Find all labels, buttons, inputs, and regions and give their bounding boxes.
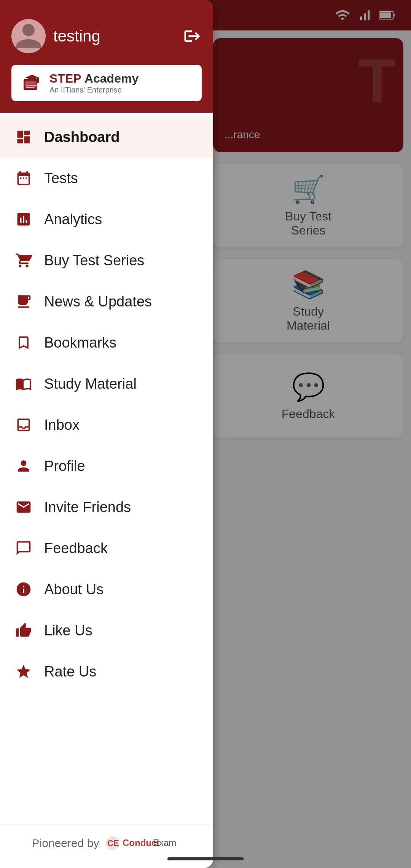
analytics-icon	[14, 209, 33, 229]
menu-item-feedback[interactable]: Feedback	[0, 528, 213, 569]
drawer-footer: Pioneered by CE Conduct Exam	[0, 824, 213, 868]
drawer-header: testing STEP Academy	[0, 0, 213, 113]
menu-label-profile: Profile	[44, 458, 85, 474]
menu-item-rate-us[interactable]: Rate Us	[0, 651, 213, 692]
menu-item-like-us[interactable]: Like Us	[0, 610, 213, 651]
dashboard-icon	[14, 127, 33, 147]
academy-name: STEP Academy	[49, 72, 139, 86]
svg-text:Exam: Exam	[153, 838, 176, 848]
svg-marker-4	[25, 75, 39, 80]
like-us-icon	[14, 621, 33, 640]
menu-label-like-us: Like Us	[44, 622, 92, 639]
inbox-icon	[14, 415, 33, 435]
menu-label-feedback: Feedback	[44, 540, 108, 557]
menu-item-inbox[interactable]: Inbox	[0, 404, 213, 445]
study-material-icon	[14, 374, 33, 394]
menu-label-rate-us: Rate Us	[44, 664, 96, 680]
menu-label-invite-friends: Invite Friends	[44, 499, 131, 515]
menu-item-buy-test-series[interactable]: Buy Test Series	[0, 240, 213, 281]
navigation-drawer: testing STEP Academy	[0, 0, 213, 868]
menu-label-inbox: Inbox	[44, 417, 80, 433]
svg-text:CE: CE	[107, 838, 119, 848]
academy-logo: STEP Academy An IITians' Enterprise	[11, 65, 202, 101]
menu-label-about-us: About Us	[44, 581, 104, 598]
pioneered-by-text: Pioneered by	[32, 837, 99, 850]
academy-subtitle: An IITians' Enterprise	[49, 86, 139, 94]
bookmarks-icon	[14, 333, 33, 353]
menu-item-invite-friends[interactable]: Invite Friends	[0, 487, 213, 528]
drawer-menu: Dashboard Tests Analytics Buy Test Serie…	[0, 113, 213, 824]
logout-icon	[182, 26, 202, 46]
menu-label-analytics: Analytics	[44, 211, 102, 228]
conduct-exam-logo-icon: CE Conduct Exam	[105, 834, 181, 853]
user-avatar-icon	[13, 21, 44, 51]
about-us-icon	[14, 579, 33, 599]
svg-point-6	[37, 81, 39, 83]
menu-label-bookmarks: Bookmarks	[44, 335, 116, 351]
news-icon	[14, 292, 33, 311]
menu-item-dashboard[interactable]: Dashboard	[0, 116, 213, 158]
menu-item-bookmarks[interactable]: Bookmarks	[0, 322, 213, 363]
feedback-icon	[14, 538, 33, 558]
menu-item-profile[interactable]: Profile	[0, 445, 213, 487]
cart-icon	[14, 251, 33, 270]
academy-logo-icon	[21, 72, 43, 94]
drawer-username: testing	[53, 27, 100, 45]
home-indicator	[167, 857, 244, 860]
conduct-exam-logo: CE Conduct Exam	[105, 834, 181, 853]
tests-icon	[14, 168, 33, 188]
menu-item-tests[interactable]: Tests	[0, 158, 213, 199]
menu-label-dashboard: Dashboard	[44, 129, 119, 145]
menu-label-tests: Tests	[44, 170, 78, 187]
invite-friends-icon	[14, 497, 33, 517]
menu-label-buy-test-series: Buy Test Series	[44, 252, 144, 269]
logout-button[interactable]	[182, 26, 202, 46]
menu-label-study-material: Study Material	[44, 376, 137, 392]
profile-icon	[14, 456, 33, 476]
menu-item-news-updates[interactable]: News & Updates	[0, 281, 213, 322]
avatar[interactable]	[11, 19, 46, 53]
menu-item-analytics[interactable]: Analytics	[0, 199, 213, 240]
menu-label-news-updates: News & Updates	[44, 294, 152, 310]
rate-us-icon	[14, 662, 33, 681]
menu-item-about-us[interactable]: About Us	[0, 569, 213, 610]
menu-item-study-material[interactable]: Study Material	[0, 363, 213, 404]
